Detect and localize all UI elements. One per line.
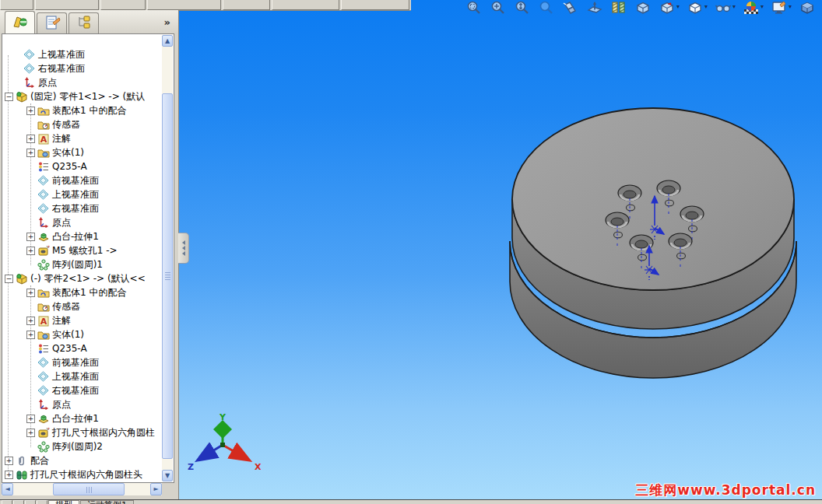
- expand-toggle[interactable]: +: [26, 331, 35, 339]
- tab-model[interactable]: 模型: [48, 500, 79, 504]
- tree-item[interactable]: 上视基准面: [2, 187, 162, 201]
- expand-toggle[interactable]: +: [26, 317, 35, 325]
- tree-item-label: 传感器: [52, 300, 80, 313]
- panel-tabs-overflow-chevron[interactable]: »: [164, 16, 170, 28]
- propertymanager-tab[interactable]: [37, 12, 67, 33]
- tree-horizontal-scrollbar[interactable]: ◄ ►: [2, 483, 162, 495]
- dropdown-arrow-icon[interactable]: ▾: [789, 0, 792, 14]
- tree-item[interactable]: +凸台-拉伸1: [2, 229, 162, 243]
- scrollbar-thumb[interactable]: [53, 483, 125, 495]
- tree-item[interactable]: +配合: [2, 453, 162, 467]
- tree-item[interactable]: +凸台-拉伸1: [2, 411, 162, 425]
- tree-item[interactable]: −(-) 零件2<1> -> (默认<<: [2, 271, 162, 285]
- toolbar-button[interactable]: 布局: [0, 0, 33, 10]
- expand-toggle[interactable]: +: [26, 429, 35, 437]
- tree-item[interactable]: 传感器: [2, 117, 162, 131]
- view-orientation-cube-icon[interactable]: [634, 0, 652, 16]
- plane-icon: [37, 385, 50, 397]
- expand-toggle[interactable]: −: [5, 275, 13, 283]
- expand-toggle[interactable]: +: [5, 471, 13, 479]
- toolbar-button[interactable]: 分析工具集: [147, 0, 221, 10]
- tab-motion-study[interactable]: 运动算例1: [80, 500, 134, 504]
- tree-item-label: M5 螺纹孔1 ->: [52, 244, 118, 257]
- shaded-cube-icon[interactable]: [799, 0, 816, 16]
- expand-toggle[interactable]: +: [26, 415, 35, 423]
- hide-show-items-icon[interactable]: ▾: [715, 0, 736, 16]
- dropdown-arrow-icon[interactable]: ▾: [761, 0, 764, 14]
- scroll-right-arrow[interactable]: ►: [150, 483, 162, 495]
- dropdown-arrow-icon[interactable]: ▾: [676, 0, 680, 14]
- tree-item[interactable]: 前视基准面: [2, 355, 162, 369]
- expand-toggle[interactable]: +: [5, 457, 13, 465]
- toolbar-button[interactable]: 普通设计: [272, 0, 340, 10]
- material-icon: [37, 161, 50, 173]
- tree-item[interactable]: 前视基准面: [2, 173, 162, 187]
- expand-toggle[interactable]: +: [26, 289, 35, 297]
- toolbar-button[interactable]: 评估: [100, 0, 146, 10]
- view-settings-icon[interactable]: ▾: [771, 0, 792, 16]
- apply-scene-icon[interactable]: ▾: [743, 0, 764, 16]
- svg-text:*: *: [47, 427, 50, 432]
- tab-scroll-button[interactable]: »: [37, 500, 47, 504]
- flashlight-icon[interactable]: [562, 0, 579, 16]
- expand-toggle[interactable]: −: [5, 93, 13, 101]
- tree-item[interactable]: 右视基准面: [2, 61, 162, 75]
- panel-collapse-handle[interactable]: [178, 233, 189, 264]
- toolbar-button[interactable]: 电气: [223, 0, 269, 10]
- tree-item[interactable]: +实体(1): [2, 327, 162, 341]
- zoom-in-out-icon[interactable]: [514, 0, 531, 16]
- configurationmanager-tab[interactable]: [68, 12, 99, 33]
- normal-to-icon[interactable]: [586, 0, 603, 16]
- expand-toggle[interactable]: +: [26, 135, 35, 143]
- section-view-icon[interactable]: [610, 0, 627, 16]
- tab-scroll-button[interactable]: «: [2, 500, 12, 504]
- display-state-icon[interactable]: ▾: [659, 0, 680, 16]
- tree-item[interactable]: +装配体1 中的配合: [2, 103, 162, 117]
- tab-scroll-button[interactable]: ›: [25, 500, 36, 504]
- tree-item[interactable]: 阵列(圆周)1: [2, 257, 162, 271]
- tree-item[interactable]: 阵列(圆周)2: [2, 439, 162, 453]
- tree-item[interactable]: 右视基准面: [2, 383, 162, 397]
- scroll-up-arrow[interactable]: ▲: [162, 35, 173, 47]
- tree-item[interactable]: +*M5 螺纹孔1 ->: [2, 243, 162, 257]
- toolbar-button[interactable]: 草图工具: [35, 0, 99, 10]
- tab-scroll-button[interactable]: ‹: [13, 500, 24, 504]
- zoom-to-selection-icon[interactable]: [538, 0, 555, 16]
- scroll-left-arrow[interactable]: ◄: [2, 483, 13, 495]
- zoom-to-fit-icon[interactable]: [465, 0, 483, 16]
- tree-item[interactable]: 原点: [2, 397, 162, 411]
- graphics-viewport[interactable]: Y X Z ▾▾▾▾▾ 三维网www.3dportal.cn: [178, 0, 822, 499]
- tree-item[interactable]: −(固定) 零件1<1> -> (默认: [2, 89, 162, 103]
- origin-icon: [23, 77, 36, 89]
- expand-toggle[interactable]: +: [26, 149, 35, 157]
- tree-item-label: 注解: [52, 314, 71, 327]
- dropdown-arrow-icon[interactable]: ▾: [704, 0, 708, 14]
- tree-item[interactable]: 传感器: [2, 299, 162, 313]
- tree-item[interactable]: +A注解: [2, 131, 162, 145]
- tree-item[interactable]: 上视基准面: [2, 47, 162, 61]
- tree-vertical-scrollbar[interactable]: ▲ ▼: [162, 35, 173, 481]
- tree-item[interactable]: 原点: [2, 215, 162, 229]
- tree-item[interactable]: +实体(1): [2, 145, 162, 159]
- toolbar-button[interactable]: 高级设计: [341, 0, 409, 10]
- expand-toggle[interactable]: +: [26, 247, 35, 255]
- zoom-to-area-icon[interactable]: [490, 0, 507, 16]
- tree-item[interactable]: +装配体1 中的配合: [2, 285, 162, 299]
- tree-item[interactable]: Q235-A: [2, 159, 162, 173]
- scroll-down-arrow[interactable]: ▼: [162, 470, 173, 481]
- tree-item[interactable]: 上视基准面: [2, 369, 162, 383]
- tree-item[interactable]: 右视基准面: [2, 201, 162, 215]
- expand-toggle[interactable]: +: [26, 233, 35, 241]
- featuremanager-tab[interactable]: [5, 11, 35, 33]
- feature-tree[interactable]: 上视基准面右视基准面原点−(固定) 零件1<1> -> (默认+装配体1 中的配…: [2, 33, 174, 483]
- expand-toggle[interactable]: +: [26, 107, 35, 115]
- tree-item[interactable]: +A注解: [2, 313, 162, 327]
- tree-item[interactable]: 原点: [2, 75, 162, 89]
- tree-item[interactable]: +打孔尺寸根据内六角圆柱头: [2, 467, 162, 481]
- scrollbar-thumb[interactable]: [162, 93, 173, 459]
- tree-item[interactable]: +*打孔尺寸根据内六角圆柱: [2, 425, 162, 439]
- dropdown-arrow-icon[interactable]: ▾: [732, 0, 736, 14]
- display-style-icon[interactable]: ▾: [687, 0, 708, 16]
- panel-tab-bar: [0, 10, 178, 33]
- tree-item[interactable]: Q235-A: [2, 341, 162, 355]
